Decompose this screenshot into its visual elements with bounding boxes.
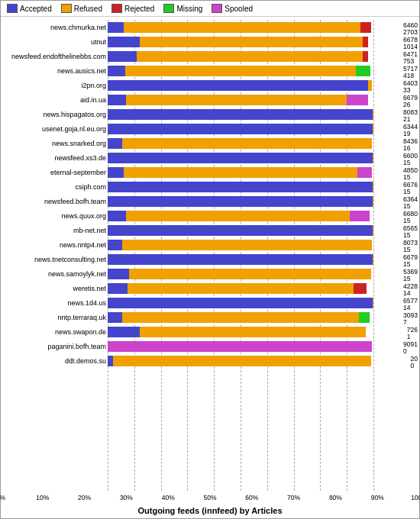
bar-refused xyxy=(124,167,357,178)
bar-values: 30937 xyxy=(403,312,418,327)
bar-accepted xyxy=(108,51,137,62)
bar-row: i2pn.org640333 xyxy=(108,78,373,92)
row-label: news.snarked.org xyxy=(1,140,106,147)
chart-container: AcceptedRefusedRejectedMissingSpooled ne… xyxy=(0,0,420,519)
bar-row: news.1d4.us657714 xyxy=(108,295,373,310)
bar-refused xyxy=(373,254,373,265)
bar-refused xyxy=(128,283,354,294)
x-tick: 50% xyxy=(203,494,216,501)
row-label: news.hispagatos.org xyxy=(1,111,106,118)
bar-row: news.ausics.net5717418 xyxy=(108,63,373,78)
bar-values: 66781014 xyxy=(403,37,418,51)
bar-spooled xyxy=(347,95,368,105)
bar-accepted xyxy=(108,356,113,366)
row-label: csiph.com xyxy=(1,183,106,191)
bar-refused xyxy=(137,51,363,62)
row-label: eternal-september xyxy=(1,169,106,176)
bar-row: newsfeed.bofh.team636415 xyxy=(108,194,373,208)
legend-item-accepted: Accepted xyxy=(7,4,52,13)
bar-row: news.hispagatos.org808321 xyxy=(108,107,373,121)
x-axis-title: Outgoing feeds (innfeed) by Articles xyxy=(1,504,419,518)
bar-refused xyxy=(126,211,349,221)
spooled-swatch xyxy=(212,4,222,13)
x-tick: 100% xyxy=(411,494,420,501)
bar-track: 807315 xyxy=(108,240,373,250)
bar-values: 422814 xyxy=(403,283,418,298)
row-label: news.nntp4.net xyxy=(1,241,106,249)
bar-track: 30937 xyxy=(108,312,373,323)
bar-track: 422814 xyxy=(108,283,373,294)
x-axis: 0%10%20%30%40%50%60%70%80%90%100% xyxy=(1,491,419,504)
bar-row: news.tnetconsulting.net667915 xyxy=(108,252,373,266)
bar-refused xyxy=(122,240,372,250)
bar-values: 634419 xyxy=(403,124,418,138)
bar-row: news.snarked.org843616 xyxy=(108,136,373,150)
bar-track: 667926 xyxy=(108,95,373,105)
row-label: news.chmurka.net xyxy=(1,24,106,31)
rejected-swatch xyxy=(111,4,122,13)
bar-values: 64602703 xyxy=(403,22,418,37)
bar-row: weretis.net422814 xyxy=(108,281,373,295)
row-label: newsfeed.endofthelinebbs.com xyxy=(1,53,106,60)
bar-values: 667926 xyxy=(403,95,418,109)
bar-accepted xyxy=(108,283,128,294)
legend-label-accepted: Accepted xyxy=(20,5,52,13)
bar-track: 90910 xyxy=(108,341,373,352)
bar-track: 66781014 xyxy=(108,37,373,47)
x-tick: 60% xyxy=(245,494,258,501)
legend-label-missing: Missing xyxy=(176,5,202,13)
x-tick: 40% xyxy=(162,494,175,501)
bar-rejected xyxy=(363,37,368,47)
bar-accepted xyxy=(108,182,373,192)
bar-refused xyxy=(373,153,373,163)
row-label: newsfeed.bofh.team xyxy=(1,198,106,205)
bar-accepted xyxy=(108,167,124,178)
row-label: i2pn.org xyxy=(1,82,106,89)
legend-label-rejected: Rejected xyxy=(124,5,154,13)
x-tick: 80% xyxy=(329,494,342,501)
x-tick: 90% xyxy=(371,494,384,501)
bar-refused xyxy=(126,95,347,105)
bar-refused xyxy=(368,80,372,91)
bar-row: eternal-september485015 xyxy=(108,165,373,179)
bar-row: news.samoylyk.net536915 xyxy=(108,266,373,281)
row-label: paganini.bofh.team xyxy=(1,343,106,350)
bar-track: 634419 xyxy=(108,124,373,134)
bar-accepted xyxy=(108,80,368,91)
bar-accepted xyxy=(108,225,373,236)
legend-item-spooled: Spooled xyxy=(212,4,253,13)
bar-values: 200 xyxy=(411,356,418,370)
bar-values: 636415 xyxy=(403,196,418,211)
bar-refused xyxy=(140,37,363,47)
bar-accepted xyxy=(108,95,126,105)
missing-swatch xyxy=(163,4,174,13)
x-tick: 0% xyxy=(0,494,5,501)
bar-row: news.quux.org668015 xyxy=(108,208,373,223)
bar-track: 808321 xyxy=(108,109,373,120)
bar-values: 6471753 xyxy=(403,51,418,66)
bar-refused xyxy=(129,269,371,279)
bar-refused xyxy=(373,109,373,120)
grid-line-100 xyxy=(373,20,374,491)
bar-values: 657714 xyxy=(403,298,418,312)
accepted-swatch xyxy=(7,4,18,13)
bar-accepted xyxy=(108,269,129,279)
bar-track: 843616 xyxy=(108,138,373,149)
bar-row: newsfeed.xs3.de660015 xyxy=(108,150,373,165)
bar-accepted xyxy=(108,240,122,250)
bar-accepted xyxy=(108,124,373,134)
row-label: news.quux.org xyxy=(1,212,106,220)
bar-row: news.nntp4.net807315 xyxy=(108,237,373,252)
legend-label-spooled: Spooled xyxy=(225,5,253,13)
bar-row: news.chmurka.net64602703 xyxy=(108,20,373,34)
bar-accepted xyxy=(108,298,373,308)
bar-values: 640333 xyxy=(403,80,418,95)
legend-item-rejected: Rejected xyxy=(111,4,154,13)
bar-accepted xyxy=(108,138,122,149)
bar-accepted xyxy=(108,22,124,33)
row-label: news.samoylyk.net xyxy=(1,270,106,278)
bar-spooled xyxy=(357,167,372,178)
bar-values: 667915 xyxy=(403,254,418,269)
row-label: ddt.demos.su xyxy=(1,357,106,365)
bar-values: 668015 xyxy=(403,211,418,225)
